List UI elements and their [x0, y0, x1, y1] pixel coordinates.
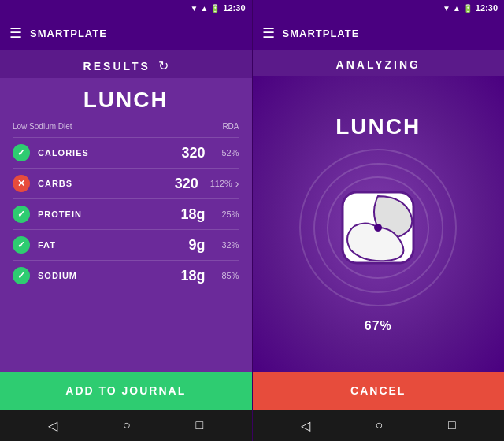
calories-value: 320 [166, 145, 206, 161]
right-panel-header: ANALYZING [253, 50, 505, 76]
fat-label: FAT [38, 240, 166, 250]
carbs-rda: 112% [205, 179, 232, 188]
calories-label: CALORIES [38, 148, 166, 158]
sodium-rda: 85% [212, 271, 239, 280]
right-app-bar: ☰ SMARTPLATE [253, 16, 505, 50]
nutrient-row-carbs[interactable]: ✕ CARBS 320 112% › [13, 168, 239, 198]
left-app-name: SMARTPLATE [30, 28, 107, 39]
left-status-bar: ▼ ▲ 🔋 12:30 [0, 0, 252, 16]
right-nav-bar: ◁ ○ □ [253, 410, 505, 441]
left-nav-bar: ◁ ○ □ [0, 410, 252, 441]
left-back-icon[interactable]: ◁ [42, 412, 64, 439]
right-signal-icon: ▼ [443, 4, 450, 13]
right-app-name: SMARTPLATE [283, 28, 360, 39]
left-menu-icon[interactable]: ☰ [9, 24, 22, 42]
protein-status-icon: ✓ [13, 206, 30, 223]
right-home-icon[interactable]: ○ [369, 412, 390, 439]
nutrient-row-fat: ✓ FAT 9g 32% [13, 229, 239, 260]
sodium-value: 18g [166, 268, 206, 284]
left-meal-title: LUNCH [13, 87, 239, 113]
protein-rda: 25% [212, 209, 239, 219]
carbs-status-icon: ✕ [13, 175, 30, 192]
nutrients-header: Low Sodium Diet RDA [13, 122, 239, 134]
right-back-icon[interactable]: ◁ [295, 412, 317, 439]
add-to-journal-button[interactable]: ADD TO JOURNAL [0, 372, 252, 410]
diet-label: Low Sodium Diet [13, 122, 72, 131]
fat-rda: 32% [212, 240, 239, 250]
protein-value: 18g [166, 206, 206, 223]
refresh-icon[interactable]: ↻ [158, 58, 169, 73]
carbs-label: CARBS [38, 179, 159, 188]
left-content-area: LUNCH Low Sodium Diet RDA ✓ CALORIES 320… [0, 78, 252, 372]
right-recents-icon[interactable]: □ [442, 412, 462, 439]
right-meal-title: LUNCH [335, 114, 421, 139]
rings-container [299, 149, 457, 306]
nutrient-row-protein: ✓ PROTEIN 18g 25% [13, 198, 239, 229]
fat-value: 9g [166, 237, 206, 254]
sodium-status-icon: ✓ [13, 267, 30, 284]
protein-label: PROTEIN [38, 209, 166, 219]
carbs-value: 320 [159, 176, 198, 192]
fat-status-icon: ✓ [13, 236, 30, 254]
left-app-bar: ☰ SMARTPLATE [0, 16, 252, 50]
left-time: 12:30 [223, 3, 245, 13]
nutrient-row-calories: ✓ CALORIES 320 52% [13, 137, 239, 168]
right-menu-icon[interactable]: ☰ [262, 24, 275, 42]
nutrient-row-sodium: ✓ SODIUM 18g 85% [13, 260, 239, 291]
left-panel-header: RESULTS ↻ [0, 50, 252, 78]
ring-inner [327, 176, 429, 279]
carbs-arrow-icon: › [235, 177, 239, 190]
calories-status-icon: ✓ [13, 144, 30, 161]
signal-icon: ▼ [191, 4, 198, 13]
left-recents-icon[interactable]: □ [189, 412, 209, 439]
cancel-button[interactable]: CANCEL [253, 372, 505, 410]
right-panel: ▼ ▲ 🔋 12:30 ☰ SMARTPLATE ANALYZING LUNCH [253, 0, 505, 441]
analyzing-content: LUNCH 67% [253, 76, 505, 372]
rda-header-label: RDA [222, 122, 239, 134]
battery-icon: 🔋 [210, 4, 220, 13]
status-icons-left: ▼ ▲ 🔋 [191, 4, 220, 13]
calories-rda: 52% [212, 148, 239, 158]
left-panel: ▼ ▲ 🔋 12:30 ☰ SMARTPLATE RESULTS ↻ LUNCH… [0, 0, 252, 441]
right-battery-icon: 🔋 [463, 4, 472, 13]
right-wifi-icon: ▲ [453, 4, 461, 13]
left-panel-title: RESULTS [83, 60, 150, 72]
analyzing-percent: 67% [365, 319, 392, 333]
status-icons-right: ▼ ▲ 🔋 [443, 4, 472, 13]
right-status-bar: ▼ ▲ 🔋 12:30 [253, 0, 505, 16]
wifi-icon: ▲ [200, 4, 208, 13]
right-time: 12:30 [476, 3, 498, 13]
right-panel-title: ANALYZING [336, 58, 421, 71]
sodium-label: SODIUM [38, 271, 166, 280]
left-home-icon[interactable]: ○ [117, 412, 137, 439]
